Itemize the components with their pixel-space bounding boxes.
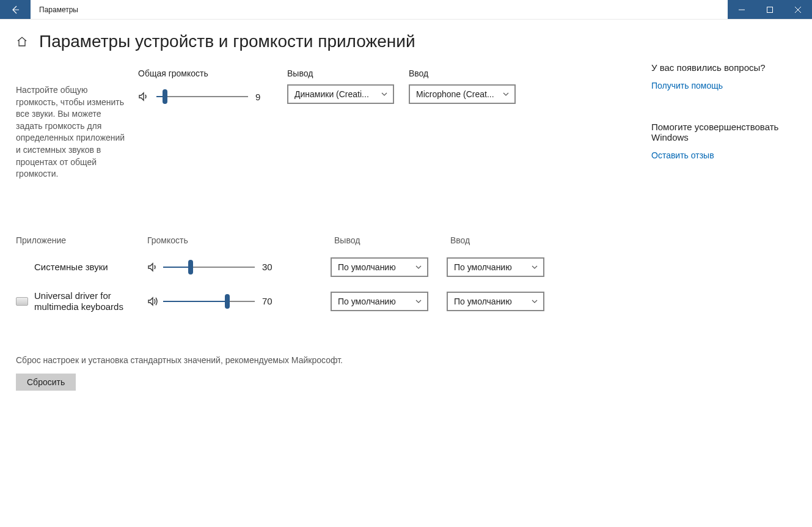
app-name: Universal driver for multimedia keyboard…	[34, 290, 141, 312]
col-input-header: Ввод	[447, 235, 557, 245]
app-name-cell: Системные звуки	[16, 250, 141, 284]
app-name-cell: Universal driver for multimedia keyboard…	[16, 284, 141, 319]
speaker-icon[interactable]	[147, 296, 158, 307]
app-output-cell: По умолчанию	[331, 250, 441, 284]
maximize-icon	[767, 7, 773, 13]
app-input-dropdown[interactable]: По умолчанию	[447, 257, 544, 277]
app-output-selected: По умолчанию	[338, 297, 396, 306]
page-description: Настройте общую громкость, чтобы изменит…	[16, 68, 126, 180]
input-label: Ввод	[409, 68, 516, 78]
minimize-button[interactable]	[728, 0, 756, 19]
speaker-icon[interactable]	[147, 262, 158, 273]
page-header: Параметры устройств и громкости приложен…	[16, 32, 639, 51]
master-volume-value: 9	[255, 92, 272, 102]
master-volume-label: Общая громкость	[138, 68, 272, 78]
window-controls	[728, 0, 812, 19]
arrow-left-icon	[10, 5, 20, 15]
app-volume-cell: 70	[147, 284, 324, 319]
input-dropdown[interactable]: Microphone (Creat...	[409, 84, 516, 104]
close-button[interactable]	[784, 0, 812, 19]
chevron-down-icon	[415, 298, 422, 305]
chevron-down-icon	[381, 90, 388, 98]
app-output-dropdown[interactable]: По умолчанию	[331, 257, 428, 277]
app-input-cell: По умолчанию	[447, 250, 557, 284]
maximize-button[interactable]	[756, 0, 784, 19]
app-volume-cell: 30	[147, 250, 324, 284]
home-icon[interactable]	[16, 35, 28, 48]
titlebar: Параметры	[0, 0, 812, 20]
page-title: Параметры устройств и громкости приложен…	[39, 32, 415, 51]
app-input-cell: По умолчанию	[447, 284, 557, 319]
output-label: Вывод	[287, 68, 394, 78]
col-volume-header: Громкость	[147, 235, 324, 245]
app-input-dropdown[interactable]: По умолчанию	[447, 292, 544, 311]
chevron-down-icon	[415, 264, 422, 271]
output-selected: Динамики (Creati...	[294, 89, 369, 99]
chevron-down-icon	[502, 90, 510, 98]
minimize-icon	[739, 7, 745, 13]
app-volume-slider[interactable]	[163, 260, 255, 275]
feedback-heading: Помогите усовершенствовать Windows	[651, 122, 796, 142]
window-title: Параметры	[31, 0, 728, 19]
help-link[interactable]: Получить помощь	[651, 81, 723, 90]
app-name: Системные звуки	[16, 262, 108, 273]
app-output-dropdown[interactable]: По умолчанию	[331, 292, 428, 311]
app-output-cell: По умолчанию	[331, 284, 441, 319]
master-volume-slider[interactable]	[156, 89, 248, 104]
speaker-icon[interactable]	[138, 91, 149, 102]
close-icon	[795, 7, 801, 13]
app-volume-value: 30	[262, 262, 279, 272]
back-button[interactable]	[0, 0, 31, 19]
output-dropdown[interactable]: Динамики (Creati...	[287, 84, 394, 104]
reset-button[interactable]: Сбросить	[16, 374, 76, 391]
chevron-down-icon	[531, 264, 538, 271]
app-input-selected: По умолчанию	[454, 297, 512, 306]
col-output-header: Вывод	[331, 235, 441, 245]
keyboard-icon	[16, 297, 28, 306]
app-output-selected: По умолчанию	[338, 262, 396, 272]
svg-rect-0	[767, 7, 773, 12]
help-heading: У вас появились вопросы?	[651, 62, 796, 73]
col-app-header: Приложение	[16, 235, 141, 245]
feedback-link[interactable]: Оставить отзыв	[651, 150, 714, 160]
app-volume-value: 70	[262, 296, 279, 306]
chevron-down-icon	[531, 298, 538, 305]
app-volume-slider[interactable]	[163, 294, 255, 309]
reset-description: Сброс настроек и установка стандартных з…	[16, 355, 639, 365]
input-selected: Microphone (Creat...	[416, 89, 494, 99]
app-input-selected: По умолчанию	[454, 262, 512, 272]
